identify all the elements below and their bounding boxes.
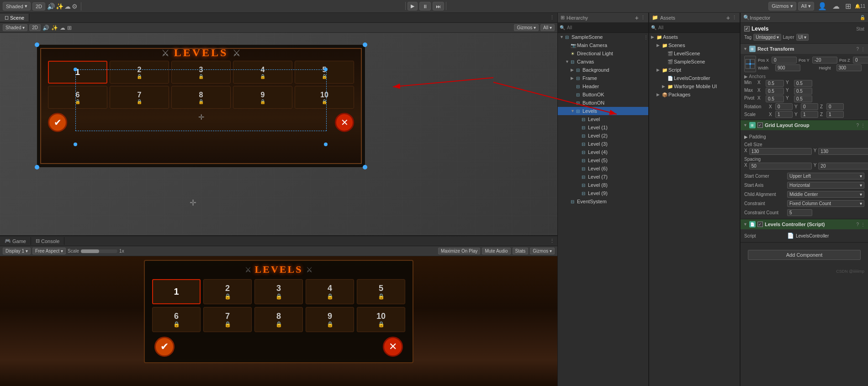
- spacing-y[interactable]: [818, 163, 868, 169]
- constraint-dropdown[interactable]: Fixed Column Count ▾: [787, 200, 864, 207]
- tab-game[interactable]: 🎮 Game: [0, 237, 31, 245]
- h-level[interactable]: ⊟ Level: [558, 115, 648, 123]
- level-2[interactable]: 2🔒: [110, 61, 169, 84]
- assets-more[interactable]: ⋮: [732, 15, 737, 21]
- level-6[interactable]: 6🔒: [48, 86, 107, 109]
- spacing-x[interactable]: [749, 163, 812, 169]
- h-header[interactable]: ⊟ Header: [558, 82, 648, 90]
- h-level6[interactable]: ⊟ Level (6): [558, 164, 648, 173]
- game-level-5[interactable]: 5🔒: [357, 279, 405, 304]
- game-level-7[interactable]: 7🔒: [203, 307, 252, 332]
- lc-help[interactable]: ?: [856, 222, 859, 227]
- step-button[interactable]: ⏭: [433, 2, 444, 11]
- h-level3[interactable]: ⊟ Level (3): [558, 140, 648, 148]
- height-input[interactable]: [836, 64, 862, 71]
- game-level-9[interactable]: 9🔒: [306, 307, 354, 332]
- game-more[interactable]: ⋮: [547, 238, 557, 244]
- anchor-min-x[interactable]: [766, 80, 784, 87]
- scene-shading-btn[interactable]: Shaded ▾: [3, 24, 27, 31]
- cell-y[interactable]: [818, 148, 868, 155]
- pos-x-input[interactable]: [772, 57, 797, 63]
- all-layers-dropdown[interactable]: All ▾: [798, 2, 814, 11]
- cell-x[interactable]: [749, 148, 812, 155]
- h-samplescene[interactable]: ▼ ⊟ SampleScene ⋮: [558, 33, 648, 41]
- gl-menu[interactable]: ⋮: [861, 123, 865, 128]
- level-9[interactable]: 9🔒: [233, 86, 292, 109]
- display-btn[interactable]: Display 1 ▾: [3, 248, 31, 254]
- audio-icon[interactable]: 🔊: [47, 3, 55, 10]
- stats-btn[interactable]: Stats: [513, 248, 529, 254]
- h-level5[interactable]: ⊟ Level (5): [558, 156, 648, 164]
- start-axis-dropdown[interactable]: Horizontal ▾: [787, 182, 864, 189]
- level-5[interactable]: 5🔒: [295, 61, 354, 84]
- handle-tr[interactable]: [363, 42, 367, 47]
- collab-icon[interactable]: 👤: [816, 2, 829, 11]
- game-level-6[interactable]: 6🔒: [152, 307, 201, 332]
- layer-dropdown[interactable]: UI ▾: [796, 34, 809, 41]
- h-background[interactable]: ▶ ⊟ Background: [558, 66, 648, 74]
- grid-checkbox[interactable]: ✓: [757, 122, 763, 128]
- game-gizmos-btn[interactable]: Gizmos ▾: [530, 248, 555, 254]
- tab-scene[interactable]: ◻ Scene: [0, 14, 29, 21]
- scene-2d-btn[interactable]: 2D: [29, 24, 41, 31]
- h-frame[interactable]: ▶ ⊟ Frame: [558, 74, 648, 82]
- anchor-min-y[interactable]: [794, 80, 812, 87]
- h-level2[interactable]: ⊟ Level (2): [558, 132, 648, 140]
- level-3[interactable]: 3🔒: [171, 61, 231, 84]
- gizmos-dropdown[interactable]: Gizmos ▾: [768, 2, 796, 11]
- grid-layout-header[interactable]: ▼ ⊞ ✓ Grid Layout Group ? ⋮: [741, 120, 868, 130]
- 2d-button[interactable]: 2D: [32, 2, 45, 11]
- asset-levelscontroller[interactable]: 📄 LevelsController: [649, 74, 740, 82]
- rot-z[interactable]: [826, 103, 844, 110]
- mute-btn[interactable]: Mute Audio: [482, 248, 510, 254]
- levels-controller-header[interactable]: ▼ 📄 ✓ Levels Controller (Script) ? ⋮: [741, 219, 868, 229]
- scene-grid-icon[interactable]: ⊞: [67, 25, 72, 31]
- h-level1[interactable]: ⊟ Level (1): [558, 123, 648, 132]
- game-x-btn[interactable]: ✕: [383, 337, 403, 357]
- h-levels[interactable]: ▼ ⊟ Levels: [558, 107, 648, 115]
- level-1[interactable]: 1: [48, 61, 107, 84]
- anchor-max-x[interactable]: [766, 88, 784, 95]
- add-component-btn[interactable]: Add Component: [748, 250, 861, 260]
- h-buttonok[interactable]: ⊟ ButtonOK: [558, 90, 648, 99]
- maximize-btn[interactable]: Maximize On Play: [438, 248, 481, 254]
- asset-scenes[interactable]: ▶ 📁 Scenes: [649, 41, 740, 49]
- rot-y[interactable]: [801, 103, 818, 110]
- game-level-4[interactable]: 4🔒: [306, 279, 354, 304]
- game-level-3[interactable]: 3🔒: [254, 279, 303, 304]
- asset-packages[interactable]: ▶ 📦 Packages: [649, 90, 740, 99]
- active-checkbox[interactable]: ✓: [744, 26, 750, 32]
- scene-sky-icon[interactable]: ☁: [60, 25, 65, 31]
- gl-help[interactable]: ?: [856, 123, 859, 128]
- anchor-max-y[interactable]: [794, 88, 812, 95]
- rt-menu[interactable]: ⋮: [861, 47, 865, 52]
- pos-y-input[interactable]: [812, 57, 837, 63]
- child-align-dropdown[interactable]: Middle Center ▾: [787, 191, 864, 198]
- scene-fx-icon[interactable]: ✨: [51, 25, 58, 31]
- scale-slider[interactable]: [81, 249, 117, 253]
- rect-transform-header[interactable]: ▼ ⊞ Rect Transform ? ⋮: [741, 44, 868, 54]
- inspector-lock[interactable]: 🔓: [860, 15, 865, 20]
- game-level-10[interactable]: 10🔒: [357, 307, 405, 332]
- level-10[interactable]: 10🔒: [295, 86, 354, 109]
- start-corner-dropdown[interactable]: Upper Left ▾: [787, 173, 864, 180]
- asset-levelscene[interactable]: 🎬 LevelScene: [649, 49, 740, 58]
- pause-button[interactable]: ⏸: [419, 2, 431, 11]
- shading-dropdown[interactable]: Shaded ▾: [3, 2, 31, 11]
- h-level8[interactable]: ⊟ Level (8): [558, 181, 648, 189]
- width-input[interactable]: [775, 64, 800, 71]
- asset-warforge[interactable]: ▶ 📁 Warforge Mobile UI: [649, 82, 740, 90]
- h-level4[interactable]: ⊟ Level (4): [558, 148, 648, 156]
- scene-all-btn[interactable]: All ▾: [540, 24, 555, 31]
- level-7[interactable]: 7🔒: [110, 86, 169, 109]
- asset-samplescene[interactable]: 🎬 SampleScene: [649, 58, 740, 66]
- hierarchy-add[interactable]: +: [635, 14, 639, 21]
- level-8[interactable]: 8🔒: [171, 86, 231, 109]
- h-level7[interactable]: ⊟ Level (7): [558, 173, 648, 181]
- handle-bl[interactable]: [35, 165, 39, 169]
- scale-z[interactable]: [826, 111, 844, 118]
- cloud-icon[interactable]: ☁: [831, 2, 842, 11]
- constraint-count-input[interactable]: [787, 209, 812, 216]
- level-4[interactable]: 4🔒: [233, 61, 292, 84]
- asset-assets[interactable]: ▶ 📁 Assets: [649, 33, 740, 41]
